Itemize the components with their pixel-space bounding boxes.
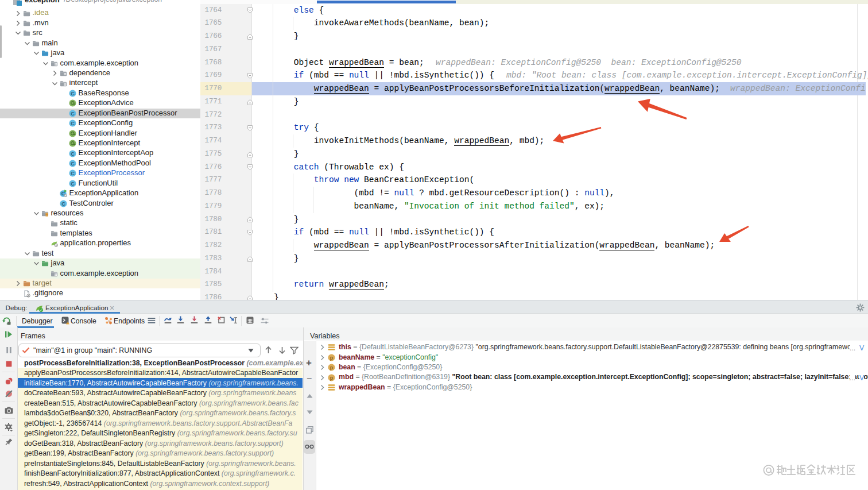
svg-text:C: C — [71, 111, 75, 117]
svg-text:p: p — [330, 375, 334, 380]
svg-text:C: C — [71, 181, 75, 187]
svg-text:C: C — [61, 200, 65, 206]
svg-text:C: C — [71, 121, 75, 126]
svg-text:p: p — [330, 354, 334, 360]
svg-text:C: C — [71, 91, 75, 97]
svg-text:C: C — [71, 161, 75, 167]
svg-text:C: C — [71, 151, 75, 156]
svg-text:p: p — [330, 365, 334, 371]
svg-text:C: C — [71, 171, 75, 176]
